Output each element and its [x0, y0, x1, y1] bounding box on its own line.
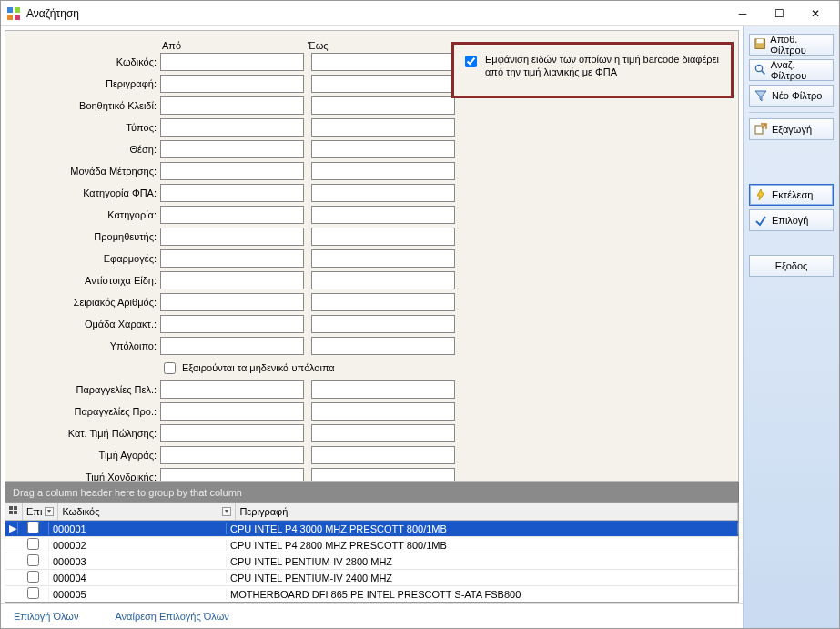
filter-from-input[interactable] — [160, 118, 304, 137]
group-by-bar[interactable]: Drag a column header here to group by th… — [5, 482, 739, 502]
results-grid: Επι ▾ Κωδικός ▾ Περιγραφή ▶000001CPU INT… — [5, 502, 739, 603]
filter-from-input[interactable] — [160, 140, 304, 158]
select-all-link[interactable]: Επιλογή Όλων — [14, 611, 78, 622]
filter2-row: Τιμή Αγοράς: — [16, 446, 727, 464]
table-row[interactable]: 000002CPU INTEL P4 2800 MHZ PRESCOTT 800… — [5, 537, 738, 553]
maximize-button[interactable]: ☐ — [761, 2, 797, 25]
col-desc-label: Περιγραφή — [239, 506, 288, 517]
search-window: Αναζήτηση ─ ☐ ✕ Από Έως Κωδικός:Περιγραφ… — [0, 0, 840, 629]
row-select-cell — [18, 554, 49, 568]
filter-from-input[interactable] — [160, 53, 304, 71]
col-select[interactable]: Επι ▾ — [23, 503, 58, 520]
barcode-diff-checkbox[interactable] — [465, 56, 477, 67]
filter-label: Κατηγορία ΦΠΑ: — [16, 188, 160, 198]
col-select-dropdown-icon[interactable]: ▾ — [45, 507, 54, 516]
filter-to-input[interactable] — [311, 293, 455, 311]
save-filter-button[interactable]: Αποθ. Φίλτρου — [749, 34, 834, 56]
filter2-to-input[interactable] — [311, 446, 455, 464]
svg-marker-14 — [757, 189, 764, 200]
filter-to-input[interactable] — [311, 271, 455, 289]
filter-row: Ομάδα Χαρακτ.: — [16, 315, 727, 333]
filter2-from-input[interactable] — [160, 424, 304, 442]
filter-to-input[interactable] — [311, 228, 455, 246]
filter2-label: Κατ. Τιμή Πώλησης: — [16, 428, 160, 439]
content: Από Έως Κωδικός:Περιγραφή:Βοηθητικό Κλει… — [1, 26, 839, 628]
svg-rect-13 — [755, 126, 763, 134]
col-desc[interactable]: Περιγραφή — [236, 503, 738, 520]
filter-to-input[interactable] — [311, 337, 455, 355]
col-select-label: Επι — [26, 506, 42, 517]
exit-button[interactable]: Εξοδος — [749, 255, 834, 277]
col-indicator[interactable] — [5, 503, 23, 520]
filter-from-input[interactable] — [160, 184, 304, 202]
filter-from-input[interactable] — [160, 337, 304, 355]
close-button[interactable]: ✕ — [797, 2, 834, 25]
header-from: Από — [162, 40, 308, 51]
app-icon — [6, 6, 21, 21]
filter2-to-input[interactable] — [311, 380, 455, 399]
filter-to-input[interactable] — [311, 184, 455, 202]
grid-body[interactable]: ▶000001CPU INTEL P4 3000 MHZ PRESCOTT 80… — [5, 521, 738, 602]
filter2-from-input[interactable] — [160, 446, 304, 464]
filter-from-input[interactable] — [160, 75, 304, 93]
row-checkbox[interactable] — [27, 538, 39, 550]
row-checkbox[interactable] — [27, 554, 39, 566]
filter-from-input[interactable] — [160, 206, 304, 224]
filter-to-input[interactable] — [311, 75, 455, 93]
header-to: Έως — [308, 40, 453, 51]
filter-from-input[interactable] — [160, 293, 304, 311]
new-filter-button[interactable]: Νέο Φίλτρο — [749, 85, 834, 107]
filter-row: Κατηγορία ΦΠΑ: — [16, 184, 727, 202]
filter2-to-input[interactable] — [311, 468, 455, 482]
col-code-label: Κωδικός — [62, 506, 99, 517]
filter2-from-input[interactable] — [160, 380, 304, 399]
row-checkbox[interactable] — [27, 571, 39, 583]
filter2-to-input[interactable] — [311, 402, 455, 421]
select-button[interactable]: Επιλογή — [749, 209, 834, 231]
filter-row: Μονάδα Μέτρησης: — [16, 162, 727, 180]
filter-to-input[interactable] — [311, 206, 455, 224]
filter-to-input[interactable] — [311, 96, 455, 115]
col-code-dropdown-icon[interactable]: ▾ — [222, 507, 231, 516]
new-filter-label: Νέο Φίλτρο — [772, 90, 822, 101]
filter-to-input[interactable] — [311, 249, 455, 268]
filter2-row: Κατ. Τιμή Πώλησης: — [16, 424, 727, 442]
filter-from-input[interactable] — [160, 271, 304, 289]
row-desc: MOTHERBOARD DFI 865 PE INTEL PRESCOTT S-… — [227, 589, 738, 600]
row-desc: CPU INTEL P4 2800 MHZ PRESCOTT 800/1MB — [227, 540, 738, 551]
row-select-cell — [18, 587, 49, 601]
filter-label: Κατηγορία: — [16, 209, 160, 220]
filter-from-input[interactable] — [160, 249, 304, 268]
col-code[interactable]: Κωδικός ▾ — [58, 503, 236, 520]
filter-to-input[interactable] — [311, 315, 455, 333]
table-row[interactable]: 000003CPU INTEL PENTIUM-IV 2800 MHZ — [5, 553, 738, 570]
table-row[interactable]: 000005MOTHERBOARD DFI 865 PE INTEL PRESC… — [5, 586, 738, 602]
footer-links: Επιλογή Όλων Αναίρεση Επιλογής Όλων — [1, 603, 743, 628]
filter-to-input[interactable] — [311, 118, 455, 137]
filter-label: Αντίστοιχα Είδη: — [16, 275, 160, 286]
filter-from-input[interactable] — [160, 162, 304, 180]
row-checkbox[interactable] — [27, 587, 39, 599]
deselect-all-link[interactable]: Αναίρεση Επιλογής Όλων — [115, 611, 228, 622]
filter2-to-input[interactable] — [311, 424, 455, 442]
filter-from-input[interactable] — [160, 96, 304, 115]
find-filter-button[interactable]: Αναζ. Φίλτρου — [749, 59, 834, 81]
exclude-zero-checkbox[interactable] — [164, 362, 176, 374]
filter-to-input[interactable] — [311, 53, 455, 71]
filter-from-input[interactable] — [160, 228, 304, 246]
filter-from-input[interactable] — [160, 315, 304, 333]
table-row[interactable]: 000004CPU INTEL PENTIUM-IV 2400 MHZ — [5, 570, 738, 586]
table-row[interactable]: ▶000001CPU INTEL P4 3000 MHZ PRESCOTT 80… — [5, 521, 738, 537]
filter2-from-input[interactable] — [160, 402, 304, 421]
svg-rect-3 — [15, 15, 20, 20]
filter2-from-input[interactable] — [160, 468, 304, 482]
execute-button[interactable]: Εκτέλεση — [749, 184, 834, 206]
filter-to-input[interactable] — [311, 162, 455, 180]
filter-row: Σειριακός Αριθμός: — [16, 293, 727, 311]
filters-scroll[interactable]: Από Έως Κωδικός:Περιγραφή:Βοηθητικό Κλει… — [5, 30, 739, 482]
minimize-button[interactable]: ─ — [724, 2, 761, 25]
row-checkbox[interactable] — [27, 522, 39, 533]
export-button[interactable]: Εξαγωγή — [749, 118, 834, 140]
filter-to-input[interactable] — [311, 140, 455, 158]
row-select-cell — [18, 522, 49, 535]
